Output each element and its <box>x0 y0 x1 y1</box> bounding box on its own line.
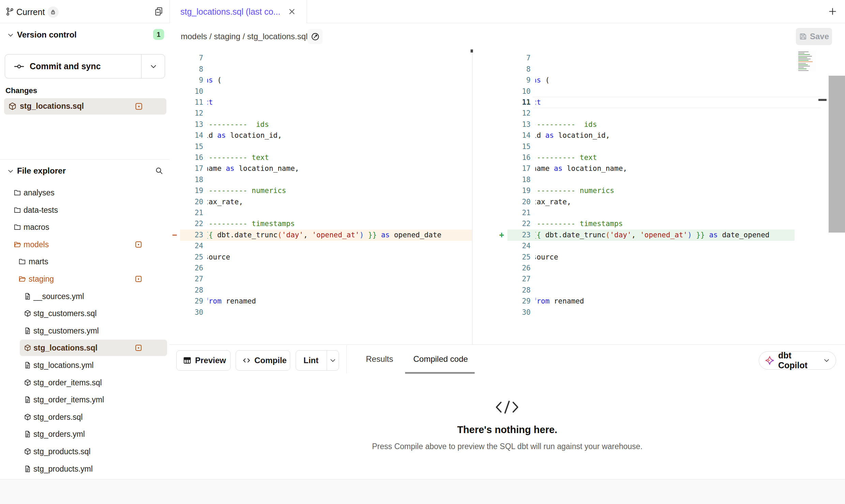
file-name: stg_products.sql <box>33 447 90 456</box>
changed-file-row[interactable]: stg_locations.sql <box>4 98 166 115</box>
file-row-stg_locations.sql[interactable]: stg_locations.sql <box>0 340 169 356</box>
doc-icon <box>24 465 31 473</box>
results-tab-label: Results <box>366 354 393 364</box>
compile-button[interactable]: Compile <box>236 350 290 371</box>
file-row-stg_products.yml[interactable]: stg_products.yml <box>0 461 169 477</box>
model-cube-icon <box>24 413 31 421</box>
breadcrumb-bar: models / staging / stg_locations.sql <box>169 23 845 50</box>
file-name: analyses <box>24 188 55 197</box>
file-row-stg_locations.yml[interactable]: stg_locations.yml <box>0 357 169 373</box>
dbt-copilot-button[interactable]: dbt Copilot <box>759 351 836 370</box>
file-row-data-tests[interactable]: data-tests <box>0 202 169 218</box>
code-slash-icon <box>494 398 520 417</box>
model-cube-icon <box>24 310 31 317</box>
tab-results[interactable]: Results <box>366 345 393 373</box>
commit-and-sync-label: Commit and sync <box>30 61 101 71</box>
lineage-compass-button[interactable] <box>308 29 323 44</box>
branch-header: Current <box>0 0 169 23</box>
folder-open-icon <box>14 241 21 248</box>
file-name: stg_order_items.sql <box>33 378 102 387</box>
file-name: __sources.yml <box>33 292 84 301</box>
code-line-25: source <box>535 252 558 263</box>
code-line-17: name as location_name, <box>535 163 627 174</box>
file-row-analyses[interactable]: analyses <box>0 184 169 201</box>
empty-state-subtitle: Press Compile above to preview the SQL d… <box>169 442 845 451</box>
minimap[interactable] <box>797 50 816 72</box>
pane-divider[interactable] <box>472 49 473 344</box>
file-name: models <box>24 240 49 249</box>
code-line-19: ---------- numerics <box>535 185 614 196</box>
file-row-marts[interactable]: marts <box>0 253 169 270</box>
folder-open-icon <box>18 275 26 283</box>
preview-button[interactable]: Preview <box>176 350 231 371</box>
save-button[interactable]: Save <box>796 28 832 45</box>
lint-dropdown[interactable] <box>327 351 339 370</box>
version-control-title[interactable]: Version control <box>17 30 77 40</box>
git-commit-icon <box>14 61 24 72</box>
folder-icon <box>14 206 21 214</box>
file-explorer-title[interactable]: File explorer <box>17 166 66 176</box>
file-row-staging[interactable]: staging <box>0 271 169 287</box>
file-search-icon[interactable] <box>155 166 163 175</box>
file-name: stg_orders.yml <box>33 430 85 439</box>
toolbar-divider <box>346 345 347 373</box>
save-icon <box>799 32 807 41</box>
code-line-14: id as location_id, <box>207 130 282 141</box>
code-line-9: as ( <box>535 75 550 86</box>
file-name: stg_order_items.yml <box>33 395 104 404</box>
file-name: stg_products.yml <box>33 464 93 473</box>
file-row-stg_customers.sql[interactable]: stg_customers.sql <box>0 305 169 322</box>
file-row-stg_order_items.yml[interactable]: stg_order_items.yml <box>0 391 169 408</box>
sidebar: Current Version control 1 Commit and syn… <box>0 0 170 479</box>
chevron-down-icon <box>149 62 158 71</box>
file-row-stg_orders.sql[interactable]: stg_orders.sql <box>0 409 169 425</box>
compiled-code-empty-state: There's nothing here. Press Compile abov… <box>169 374 845 479</box>
file-row-stg_customers.yml[interactable]: stg_customers.yml <box>0 323 169 339</box>
commit-options-dropdown[interactable] <box>141 55 165 78</box>
file-row-__sources.yml[interactable]: __sources.yml <box>0 288 169 305</box>
right-code-pane[interactable]: as (ct---------- idsid as location_id,--… <box>535 49 794 344</box>
version-control-collapse-icon[interactable] <box>7 31 14 39</box>
code-line-19: ---------- numerics <box>207 185 286 196</box>
code-line-25: source <box>207 252 230 263</box>
status-bar: dbt build --select <model_name> Defer to… <box>0 479 845 504</box>
empty-state-title: There's nothing here. <box>169 424 845 435</box>
code-line-16: ---------- text <box>207 152 269 163</box>
left-line-numbers: 6789101112131415161718192021222324252627… <box>181 49 203 344</box>
removed-marker: − <box>170 229 179 241</box>
compile-label: Compile <box>254 356 287 365</box>
file-explorer-collapse-icon[interactable] <box>7 167 14 175</box>
compass-icon <box>311 32 320 41</box>
doc-icon <box>24 396 31 403</box>
file-row-stg_products.sql[interactable]: stg_products.sql <box>0 443 169 460</box>
close-tab-icon[interactable] <box>288 8 296 16</box>
branch-name[interactable]: Current <box>16 7 45 17</box>
commit-and-sync-button[interactable]: Commit and sync <box>5 55 141 78</box>
file-name: stg_locations.sql <box>33 343 98 353</box>
breadcrumb: models / staging / stg_locations.sql <box>181 32 308 41</box>
file-name: data-tests <box>24 205 58 214</box>
left-code-pane[interactable]: as (ct---------- idsid as location_id,--… <box>207 49 471 344</box>
code-line-17: name as location_name, <box>207 163 299 174</box>
file-row-models[interactable]: models <box>0 236 169 253</box>
lint-button[interactable]: Lint <box>296 356 318 365</box>
model-cube-icon <box>24 379 31 386</box>
file-row-macros[interactable]: macros <box>0 219 169 235</box>
git-branch-icon <box>5 7 14 16</box>
file-row-stg_order_items.sql[interactable]: stg_order_items.sql <box>0 374 169 391</box>
bottom-toolbar: Preview Compile Lint Results Compiled co… <box>169 344 845 374</box>
file-row-stg_orders.yml[interactable]: stg_orders.yml <box>0 426 169 442</box>
doc-icon <box>24 327 31 335</box>
editor-scrollbar[interactable] <box>829 76 845 233</box>
tab-stg-locations[interactable]: stg_locations.sql (last co... <box>169 0 307 23</box>
new-tab-icon[interactable] <box>828 7 837 16</box>
branch-readonly-badge <box>47 6 59 18</box>
tab-compiled-code[interactable]: Compiled code <box>413 345 468 373</box>
code-line-11: ct <box>207 97 213 108</box>
dbt-copilot-label: dbt Copilot <box>778 351 819 370</box>
folder-icon <box>14 189 21 196</box>
duplicate-file-icon[interactable] <box>154 6 164 16</box>
changes-count-badge: 1 <box>153 29 164 40</box>
scrollbar-sash-handle[interactable] <box>818 99 827 101</box>
diff-editor[interactable]: −678910111213141516171819202122232425262… <box>169 49 845 344</box>
